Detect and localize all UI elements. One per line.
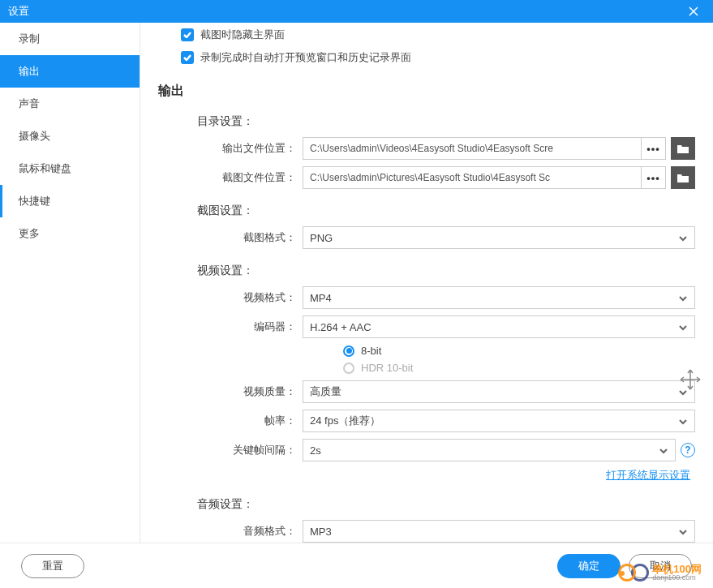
open-display-settings-link[interactable]: 打开系统显示设置: [606, 469, 690, 481]
window-title: 设置: [8, 4, 29, 19]
row-audio-format: 音频格式： MP3: [197, 520, 695, 543]
radio-8bit[interactable]: 8-bit: [343, 345, 695, 357]
sidebar-item-record[interactable]: 录制: [0, 23, 140, 55]
radio-hdr-10bit[interactable]: HDR 10-bit: [343, 362, 695, 374]
close-icon: [688, 6, 699, 17]
browse-output-button[interactable]: •••: [642, 137, 666, 160]
checkbox-label: 截图时隐藏主界面: [200, 28, 285, 42]
video-format-select[interactable]: MP4: [303, 286, 695, 309]
section-title-output: 输出: [158, 83, 695, 100]
row-capture-path: 截图文件位置： C:\Users\admin\Pictures\4Easysof…: [197, 166, 695, 189]
sidebar-item-label: 鼠标和键盘: [19, 161, 71, 176]
subsection-audio: 音频设置：: [197, 497, 695, 512]
chevron-down-icon: [678, 321, 688, 333]
fps-select[interactable]: 24 fps（推荐）: [303, 410, 695, 432]
row-keyframe: 关键帧间隔： 2s ?: [197, 439, 695, 461]
folder-icon: [677, 144, 689, 153]
watermark: 单机100网 danji100.com: [618, 564, 702, 582]
sidebar: 录制 输出 声音 摄像头 鼠标和键盘 快捷键 更多: [0, 23, 140, 543]
sidebar-item-sound[interactable]: 声音: [0, 88, 140, 120]
audio-format-select[interactable]: MP3: [303, 520, 695, 543]
row-output-path: 输出文件位置： C:\Users\admin\Videos\4Easysoft …: [197, 137, 695, 160]
sidebar-item-label: 录制: [19, 32, 40, 46]
radio-icon: [343, 363, 354, 374]
select-value: H.264 + AAC: [310, 321, 372, 333]
close-button[interactable]: [682, 0, 705, 23]
subsection-video: 视频设置：: [197, 264, 695, 278]
watermark-domain: danji100.com: [652, 574, 702, 582]
content-area: 截图时隐藏主界面 录制完成时自动打开预览窗口和历史记录界面 输出 目录设置： 输…: [140, 23, 713, 543]
keyframe-select[interactable]: 2s: [303, 439, 676, 461]
chevron-down-icon: [678, 526, 688, 538]
sidebar-item-label: 更多: [19, 226, 40, 241]
label-video-encoder: 编码器：: [197, 320, 303, 334]
row-video-encoder: 编码器： H.264 + AAC: [197, 315, 695, 338]
chevron-down-icon: [678, 232, 688, 244]
sidebar-item-hotkeys[interactable]: 快捷键: [0, 185, 140, 217]
chevron-down-icon: [678, 292, 688, 304]
label-output-path: 输出文件位置：: [197, 141, 303, 156]
sidebar-item-label: 快捷键: [19, 194, 50, 208]
select-value: MP4: [310, 292, 332, 304]
select-value: 高质量: [310, 384, 341, 399]
subsection-screenshot: 截图设置：: [197, 204, 695, 218]
footer: 重置 确定 取消: [0, 543, 713, 588]
checkbox-row-open-preview[interactable]: 录制完成时自动打开预览窗口和历史记录界面: [181, 50, 695, 65]
label-keyframe: 关键帧间隔：: [197, 443, 303, 457]
row-fps: 帧率： 24 fps（推荐）: [197, 410, 695, 432]
sidebar-item-mouse-keyboard[interactable]: 鼠标和键盘: [0, 152, 140, 185]
sidebar-item-label: 声音: [19, 97, 40, 111]
row-video-quality: 视频质量： 高质量: [197, 380, 695, 403]
output-path-input[interactable]: C:\Users\admin\Videos\4Easysoft Studio\4…: [303, 137, 642, 160]
watermark-logo-icon: [618, 564, 649, 582]
screenshot-format-select[interactable]: PNG: [303, 226, 695, 249]
video-quality-select[interactable]: 高质量: [303, 380, 695, 403]
open-capture-folder-button[interactable]: [671, 166, 695, 189]
open-output-folder-button[interactable]: [671, 137, 695, 160]
label-screenshot-format: 截图格式：: [197, 230, 303, 245]
label-fps: 帧率：: [197, 414, 303, 428]
checkbox-row-hide-on-capture[interactable]: 截图时隐藏主界面: [181, 28, 695, 42]
folder-icon: [677, 174, 689, 182]
label-video-quality: 视频质量：: [197, 384, 303, 399]
select-value: MP3: [310, 526, 332, 538]
reset-button[interactable]: 重置: [21, 554, 84, 578]
video-encoder-select[interactable]: H.264 + AAC: [303, 315, 695, 338]
titlebar: 设置: [0, 0, 713, 23]
select-value: 2s: [310, 444, 321, 457]
label-capture-path: 截图文件位置：: [197, 170, 303, 185]
chevron-down-icon: [659, 444, 668, 457]
label-audio-format: 音频格式：: [197, 524, 303, 539]
sidebar-item-camera[interactable]: 摄像头: [0, 120, 140, 152]
radio-icon: [343, 346, 354, 357]
select-value: 24 fps（推荐）: [310, 414, 380, 428]
radio-label: HDR 10-bit: [361, 362, 413, 374]
ok-button[interactable]: 确定: [557, 554, 621, 578]
browse-capture-button[interactable]: •••: [642, 166, 666, 189]
row-video-format: 视频格式： MP4: [197, 286, 695, 309]
move-cursor-icon: [679, 368, 702, 393]
help-icon[interactable]: ?: [681, 443, 695, 457]
checkbox-icon: [181, 51, 194, 64]
checkbox-label: 录制完成时自动打开预览窗口和历史记录界面: [200, 50, 411, 65]
sidebar-item-output[interactable]: 输出: [0, 55, 140, 88]
radio-label: 8-bit: [361, 345, 381, 357]
sidebar-item-more[interactable]: 更多: [0, 217, 140, 250]
subsection-directory: 目录设置：: [197, 114, 695, 129]
display-settings-link-row: 打开系统显示设置: [158, 468, 690, 483]
capture-path-input[interactable]: C:\Users\admin\Pictures\4Easysoft Studio…: [303, 166, 642, 189]
select-value: PNG: [310, 232, 333, 244]
sidebar-item-label: 输出: [19, 64, 40, 79]
sidebar-item-label: 摄像头: [19, 129, 50, 144]
label-video-format: 视频格式：: [197, 290, 303, 305]
chevron-down-icon: [678, 415, 688, 427]
checkbox-icon: [181, 28, 194, 41]
row-screenshot-format: 截图格式： PNG: [197, 226, 695, 249]
